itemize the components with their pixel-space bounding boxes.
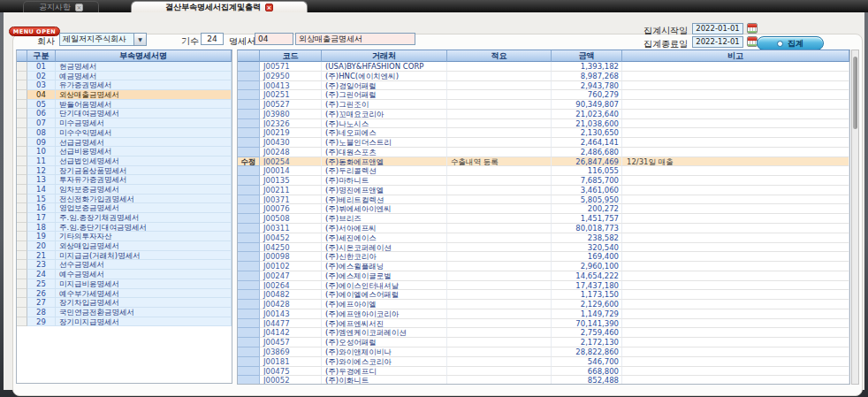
scrollbar-thumb[interactable] xyxy=(853,57,857,129)
statement-type-row[interactable]: 20외상매입금명세서 xyxy=(17,241,232,251)
start-date-input[interactable]: 2022-01-01 xyxy=(692,23,743,34)
table-row[interactable]: J00181(주)와이에스코리아546,700 xyxy=(238,357,849,367)
table-row[interactable]: J00135(주)마하니트7,685,700 xyxy=(238,176,849,186)
statement-type-row[interactable]: 12장기금융상품명세서 xyxy=(17,166,232,176)
statement-type-row[interactable]: 13투자유가증권명세서 xyxy=(17,175,232,185)
statement-type-row[interactable]: 16영업보증금명세서 xyxy=(17,203,232,213)
tab-statement-aggregation[interactable]: 결산부속명세서집계및출력 × xyxy=(131,1,308,12)
statement-type-row[interactable]: 17주.임.종장기채권명세서 xyxy=(17,213,232,223)
statement-type-row[interactable]: 29장기미지급명세서 xyxy=(17,317,232,327)
note-cell xyxy=(622,309,849,319)
table-row[interactable]: 수정J00254(주)동화에프앤엘수출내역 등록26,847,46912/31일… xyxy=(238,157,849,167)
close-icon[interactable]: × xyxy=(265,4,273,11)
table-row[interactable]: J00248(주)대원스포츠2,486,680 xyxy=(238,148,849,157)
row-flag-cell xyxy=(238,138,260,148)
table-row[interactable]: J00247(주)에스제이글로벌14,654,222 xyxy=(238,271,849,281)
statement-name-cell: 예수부가세명세서 xyxy=(56,289,232,299)
statement-type-row[interactable]: 18주.임.종단기대여금명세서 xyxy=(17,223,232,233)
table-row[interactable]: J02950(주)HNC(에이치엔씨)8,987,268 xyxy=(238,72,849,81)
statement-type-row[interactable]: 21미지급금(거래처)명세서 xyxy=(17,251,232,261)
statement-code-cell: 09 xyxy=(27,138,56,148)
table-row[interactable]: J00014(주)두리콜렉션116,055 xyxy=(238,166,849,176)
statement-code-input[interactable]: 04 xyxy=(255,33,293,45)
statement-type-row[interactable]: 24예수금명세서 xyxy=(17,270,232,279)
row-selector-cell xyxy=(17,289,27,299)
company-select[interactable]: 제일저지주식회사 ▼ xyxy=(59,33,147,46)
statement-type-row[interactable]: 10선급비용명세서 xyxy=(17,147,232,157)
client-code-cell: J00248 xyxy=(260,148,322,157)
statement-type-row[interactable]: 28국민연금전환금명세서 xyxy=(17,308,232,317)
vertical-scrollbar[interactable] xyxy=(851,50,859,385)
aggregate-button[interactable]: 집계 xyxy=(757,36,824,50)
statement-type-row[interactable]: 19기타의투자자산 xyxy=(17,232,232,241)
note-cell xyxy=(622,128,849,138)
amount-cell: 2,943,780 xyxy=(552,81,622,91)
statement-type-row[interactable]: 11선급법인세명세서 xyxy=(17,157,232,166)
row-selector-cell xyxy=(17,72,27,81)
table-row[interactable]: J00571(USA)BY&HFASHION CORP1,393,182 xyxy=(238,62,849,72)
statement-type-row[interactable]: 07미수금명세서 xyxy=(17,118,232,128)
statement-name-input[interactable]: 외상매출금명세서 xyxy=(295,33,415,45)
table-row[interactable]: J00311(주)서아에프씨80,018,773 xyxy=(238,224,849,233)
statement-type-row[interactable]: 05받을어음명세서 xyxy=(17,100,232,110)
row-flag-cell xyxy=(238,119,260,129)
table-row[interactable]: J00098(주)신한코리아169,400 xyxy=(238,252,849,262)
note-cell xyxy=(622,224,849,233)
table-row[interactable]: J04477(주)에프엔씨서진70,141,390 xyxy=(238,319,849,329)
statement-type-row[interactable]: 08미수수익명세서 xyxy=(17,128,232,138)
statement-code-cell: 28 xyxy=(27,308,56,317)
table-row[interactable]: J02326(주)나노시스21,038,600 xyxy=(238,119,849,129)
table-row[interactable]: J00211(주)명진에프앤엘3,461,060 xyxy=(238,186,849,195)
close-icon[interactable]: × xyxy=(75,4,83,11)
row-selector-cell xyxy=(17,270,27,279)
table-row[interactable]: J00413(주)경일어패럴2,943,780 xyxy=(238,81,849,91)
statement-type-row[interactable]: 15전신전화가입권명세서 xyxy=(17,195,232,204)
table-row[interactable]: J00452(주)세진에이스238,582 xyxy=(238,233,849,243)
statement-type-row[interactable]: 23선수금명세서 xyxy=(17,260,232,270)
table-row[interactable]: J00052(주)이화니트852,488 xyxy=(238,376,849,385)
statement-type-row[interactable]: 01현금명세서 xyxy=(17,62,232,72)
client-name-cell: (주)와이에스코리아 xyxy=(322,357,447,367)
table-row[interactable]: J00102(주)에스윌플래닝2,960,100 xyxy=(238,262,849,271)
table-row[interactable]: J00264(주)에이스인터내셔날17,437,180 xyxy=(238,281,849,291)
statement-type-row[interactable]: 14임차보증금명세서 xyxy=(17,185,232,195)
table-row[interactable]: J00251(주)그린어패럴760,279 xyxy=(238,90,849,100)
table-row[interactable]: J03869(주)와이앤제이비나28,822,860 xyxy=(238,347,849,357)
description-cell xyxy=(447,309,552,319)
end-date-input[interactable]: 2022-12-01 xyxy=(692,36,743,48)
table-row[interactable]: J00508(주)브리즈1,451,757 xyxy=(238,214,849,224)
statement-type-row[interactable]: 03유가증권명세서 xyxy=(17,80,232,90)
client-code-cell: J00076 xyxy=(260,204,322,214)
statement-name-cell: 장기미지급명세서 xyxy=(56,317,232,327)
table-row[interactable]: J00482(주)에이엘에스어패럴1,173,150 xyxy=(238,290,849,300)
row-selector-cell xyxy=(17,251,27,261)
table-row[interactable]: J04250(주)시온코퍼레이션320,540 xyxy=(238,243,849,253)
table-row[interactable]: J00527(주)그린조이90,349,807 xyxy=(238,100,849,110)
table-row[interactable]: J00475(주)우경에프디668,800 xyxy=(238,367,849,377)
table-row[interactable]: J00428(주)에프아이엘2,129,600 xyxy=(238,300,849,309)
table-row[interactable]: J04142(주)엠엔케이코퍼레이션2,759,460 xyxy=(238,328,849,338)
table-row[interactable]: J00371(주)베리트컬렉션5,805,950 xyxy=(238,195,849,205)
table-row[interactable]: J00219(주)네오피에스2,130,650 xyxy=(238,128,849,138)
table-row[interactable]: J00457(주)오성어패럴2,172,130 xyxy=(238,338,849,347)
table-row[interactable]: J03980(주)꼬매요코리아21,023,640 xyxy=(238,110,849,119)
table-row[interactable]: J00143(주)에프앤아이코리아1,149,729 xyxy=(238,309,849,319)
description-cell xyxy=(447,176,552,186)
tab-notice[interactable]: 공지사항 × xyxy=(23,1,99,12)
statement-type-row[interactable]: 27장기차입금명세서 xyxy=(17,298,232,308)
statement-type-row[interactable]: 02예금명세서 xyxy=(17,72,232,81)
amount-cell: 2,486,680 xyxy=(552,148,622,157)
statement-name-cell: 단기대여금명세서 xyxy=(56,109,232,118)
calendar-icon[interactable] xyxy=(747,23,758,34)
description-cell xyxy=(447,328,552,338)
period-input[interactable]: 24 xyxy=(201,33,224,45)
row-selector-cell xyxy=(17,62,27,72)
statement-type-row[interactable]: 26예수부가세명세서 xyxy=(17,289,232,299)
table-row[interactable]: J00076(주)뷔에세아이엔씨200,272 xyxy=(238,204,849,214)
statement-code-cell: 08 xyxy=(27,128,56,138)
table-row[interactable]: J00430(주)노블인더스트리2,464,141 xyxy=(238,138,849,148)
statement-type-row[interactable]: 25미지급비용명세서 xyxy=(17,279,232,289)
statement-type-row[interactable]: 04외상매출금명세서 xyxy=(17,90,232,100)
statement-type-row[interactable]: 06단기대여금명세서 xyxy=(17,109,232,118)
statement-type-row[interactable]: 09선급금명세서 xyxy=(17,138,232,148)
